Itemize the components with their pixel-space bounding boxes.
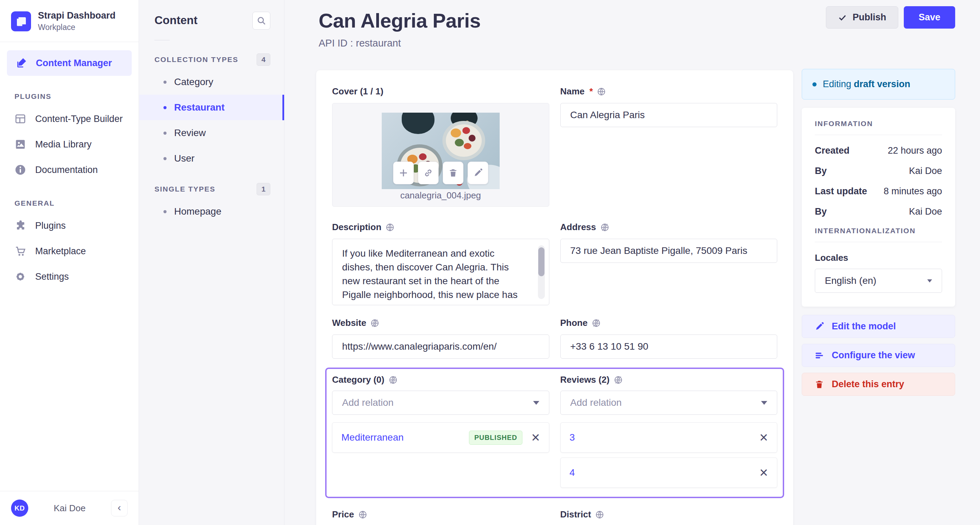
feather-pen-icon: [16, 57, 28, 69]
info-row-updated-by: By Kai Doe: [815, 206, 942, 217]
category-relation-item: Mediterranean PUBLISHED ×: [332, 422, 549, 453]
sub-item-label: Homepage: [174, 206, 221, 217]
bullet-icon: [164, 210, 167, 213]
bullet-icon: [164, 157, 167, 160]
relation-link[interactable]: Mediterranean: [341, 432, 404, 443]
collection-types-count-badge: 4: [256, 53, 270, 66]
relation-link[interactable]: 4: [570, 467, 575, 478]
locales-select[interactable]: English (en): [815, 269, 942, 293]
edit-model-button[interactable]: Edit the model: [802, 315, 955, 338]
pencil-icon: [815, 322, 824, 331]
reviews-add-relation-select[interactable]: Add relation: [560, 391, 778, 415]
globe-strikethrough-icon: [370, 319, 379, 328]
chevron-down-icon: [761, 401, 767, 405]
link-icon: [423, 168, 433, 178]
save-button[interactable]: Save: [904, 6, 955, 29]
sidebar-item-label: Marketplace: [35, 246, 86, 257]
name-label: Name: [560, 86, 585, 97]
globe-strikethrough-icon: [600, 223, 609, 232]
delete-media-button[interactable]: [443, 162, 463, 184]
sidebar-item-user[interactable]: User: [139, 146, 284, 171]
price-label: Price: [332, 509, 354, 520]
api-id: API ID : restaurant: [319, 38, 955, 49]
workspace-switcher[interactable]: Strapi Dashboard Workplace: [0, 0, 138, 42]
address-label: Address: [560, 222, 596, 233]
name-field: Name* Can Alegria Paris: [560, 86, 778, 207]
avatar[interactable]: KD: [11, 500, 28, 517]
bullet-icon: [164, 132, 167, 135]
search-button[interactable]: [252, 12, 270, 30]
draft-version-banner: Editing draft version: [802, 69, 955, 100]
globe-strikethrough-icon: [614, 376, 623, 384]
add-media-button[interactable]: [393, 162, 414, 184]
phone-input[interactable]: +33 6 13 10 51 90: [560, 335, 778, 358]
district-field: District Ninth: [560, 509, 778, 525]
review-relation-item: 4 ×: [560, 457, 778, 488]
sidebar-item-content-type-builder[interactable]: Content-Type Builder: [0, 106, 138, 132]
cover-media-box[interactable]: canalegria_004.jpeg: [332, 103, 549, 207]
sub-item-label: Restaurant: [174, 102, 224, 113]
edit-media-button[interactable]: [468, 162, 488, 184]
delete-entry-button[interactable]: Delete this entry: [802, 373, 955, 396]
sidebar-item-media-library[interactable]: Media Library: [0, 132, 138, 157]
address-input[interactable]: 73 rue Jean Baptiste Pigalle, 75009 Pari…: [560, 239, 778, 263]
phone-label: Phone: [560, 317, 588, 328]
cover-field: Cover (1 / 1): [332, 86, 549, 207]
sidebar-item-label: Media Library: [35, 139, 92, 150]
category-label: Category (0): [332, 374, 385, 385]
review-relation-item: 3 ×: [560, 422, 778, 453]
phone-field: Phone +33 6 13 10 51 90: [560, 317, 778, 358]
globe-icon: [595, 510, 604, 519]
globe-icon: [358, 510, 367, 519]
collapse-sidebar-button[interactable]: ‹: [111, 500, 127, 516]
district-label: District: [560, 509, 591, 520]
info-row-last-update: Last update 8 minutes ago: [815, 186, 942, 197]
sidebar-item-review[interactable]: Review: [139, 120, 284, 146]
sidebar-footer: KD Kai Doe ‹: [0, 491, 138, 525]
internationalization-title: INTERNATIONALIZATION: [815, 227, 942, 235]
divider: [154, 40, 170, 40]
information-card: INFORMATION Created 22 hours ago By Kai …: [802, 108, 955, 306]
description-textarea[interactable]: If you like Mediterranean and exotic dis…: [332, 239, 549, 305]
sidebar-item-homepage[interactable]: Homepage: [139, 199, 284, 224]
sidebar-item-marketplace[interactable]: Marketplace: [0, 238, 138, 264]
sidebar-item-documentation[interactable]: Documentation: [0, 157, 138, 182]
user-name: Kai Doe: [28, 503, 111, 514]
edit-form-card: Cover (1 / 1): [316, 70, 793, 525]
bullet-icon: [164, 106, 167, 109]
sidebar-item-settings[interactable]: Settings: [0, 264, 138, 289]
sidebar-item-label: Settings: [35, 271, 69, 282]
sidebar-item-category[interactable]: Category: [139, 69, 284, 95]
info-circle-icon: [14, 164, 26, 176]
category-add-relation-select[interactable]: Add relation: [332, 391, 549, 415]
globe-strikethrough-icon: [592, 319, 601, 328]
divider: [0, 42, 138, 42]
gear-icon: [14, 271, 26, 282]
sub-item-label: Review: [174, 127, 206, 138]
sidebar-item-plugins[interactable]: Plugins: [0, 213, 138, 238]
website-field: Website https://www.canalegriaparis.com/…: [332, 317, 549, 358]
remove-relation-button[interactable]: ×: [531, 430, 540, 445]
image-icon: [14, 138, 26, 150]
list-settings-icon: [815, 351, 824, 360]
sidebar-item-label: Content-Type Builder: [35, 114, 123, 124]
nav-section-general-title: GENERAL: [0, 199, 138, 208]
reviews-label: Reviews (2): [560, 374, 610, 385]
sidebar-item-content-manager[interactable]: Content Manager: [7, 50, 132, 76]
remove-relation-button[interactable]: ×: [759, 430, 768, 445]
configure-view-button[interactable]: Configure the view: [802, 344, 955, 367]
copy-link-button[interactable]: [418, 162, 439, 184]
website-input[interactable]: https://www.canalegriaparis.com/en/: [332, 335, 549, 358]
cover-image: [382, 113, 500, 189]
publish-button[interactable]: Publish: [826, 6, 898, 29]
subnav-title: Content: [154, 12, 197, 27]
textarea-scrollbar[interactable]: [538, 245, 545, 299]
sidebar-item-label: Documentation: [35, 165, 98, 175]
sidebar-item-restaurant[interactable]: Restaurant: [139, 95, 284, 120]
nav-section-plugins-title: PLUGINS: [0, 92, 138, 101]
name-input[interactable]: Can Alegria Paris: [560, 103, 778, 127]
shopping-cart-icon: [14, 245, 26, 257]
remove-relation-button[interactable]: ×: [759, 465, 768, 480]
relation-link[interactable]: 3: [570, 432, 575, 443]
draft-dot-icon: [812, 82, 816, 86]
